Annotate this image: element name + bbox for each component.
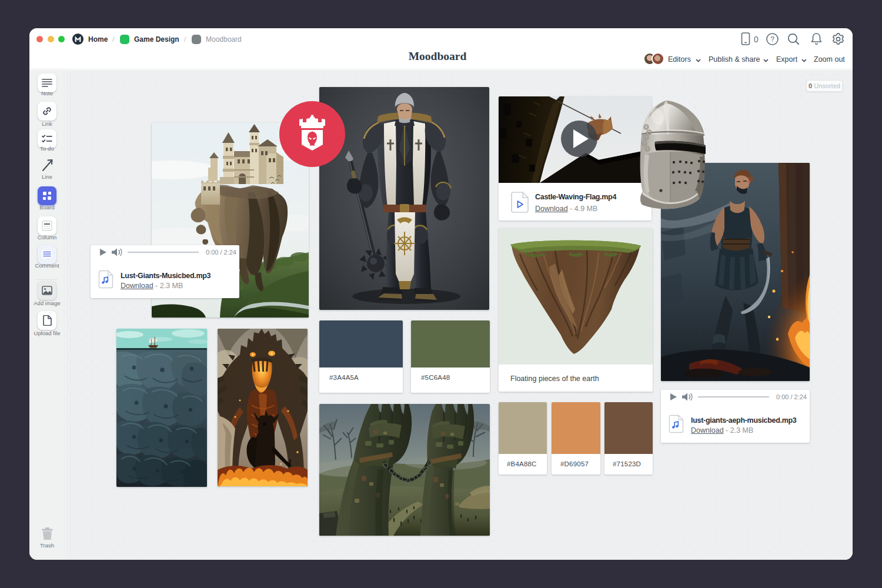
svg-text:?: ? xyxy=(770,35,774,44)
svg-text:0: 0 xyxy=(754,35,759,44)
svg-text:0:00 / 2:24: 0:00 / 2:24 xyxy=(776,393,807,400)
svg-text:0:00 / 2:24: 0:00 / 2:24 xyxy=(206,249,236,256)
